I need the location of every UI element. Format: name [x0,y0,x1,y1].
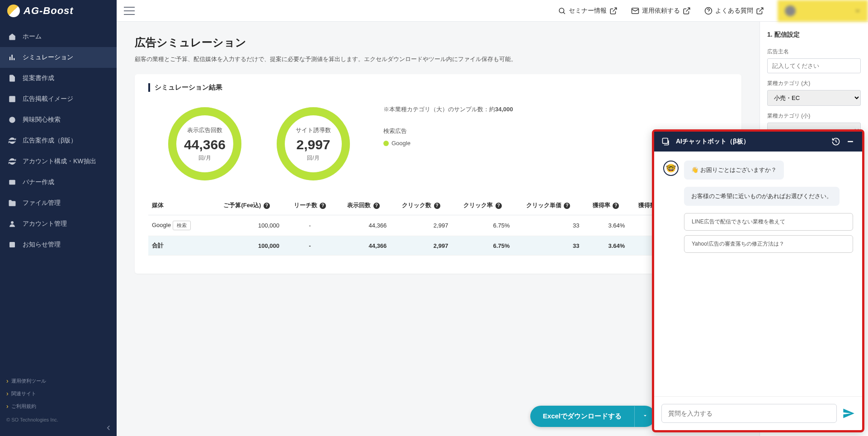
search-icon [558,7,566,15]
external-link-icon [609,7,618,15]
simulation-card: シミュレーション結果 表示広告回数 44,366 回/月 サイト誘導数 2,99… [135,74,741,274]
download-excel-button[interactable]: Excelでダウンロードする [530,406,656,427]
gauge-label: 表示広告回数 [187,126,222,134]
header-link-request[interactable]: 運用依頼する [631,7,691,15]
media-tag[interactable]: 検索 [173,221,191,230]
user-avatar-icon [785,5,796,16]
logo-text: AG-Boost [24,5,74,17]
sidebar-toggle[interactable] [124,7,135,15]
external-link-icon [756,7,764,15]
info-icon[interactable]: ? [564,203,570,209]
legend-title: 検索広告 [383,127,513,135]
sidebar-menu: ホームシミュレーション提案書作成広告掲載イメージ興味関心検索広告案作成（β版）ア… [0,22,117,374]
info-icon[interactable]: ? [434,203,440,209]
image2-icon [8,178,16,186]
doc-icon [8,74,16,82]
category-large-select[interactable]: 小売・EC [767,90,861,106]
sidebar-item-label: シミュレーション [23,53,73,62]
app-logo[interactable]: AG-Boost [0,0,117,22]
minimize-icon[interactable] [846,137,855,146]
svg-rect-5 [14,58,14,61]
mail-icon [631,7,639,15]
info-icon[interactable]: ? [613,203,619,209]
sidebar-item-7[interactable]: バナー作成 [0,172,117,193]
sidebar-collapse-button[interactable] [100,420,117,436]
chatbot-input[interactable] [661,404,837,423]
gauge-unit: 回/月 [198,154,211,162]
user-icon [8,220,16,228]
sidebar-bottom-link[interactable]: 運用便利ツール [0,374,117,387]
chevron-left-icon [104,424,113,432]
table-header: ご予算(Fee込) ? [210,196,283,215]
field-label: 業種カテゴリ (小) [767,112,861,120]
sidebar-item-label: 興味関心検索 [23,116,61,124]
gauge-impressions: 表示広告回数 44,366 回/月 [166,105,243,182]
chat-icon [661,137,670,146]
header-link-label: セミナー情報 [569,7,607,15]
info-icon[interactable]: ? [373,203,380,209]
sidebar-item-label: アカウント構成・KW抽出 [23,157,96,166]
svg-point-0 [559,8,564,13]
info-icon[interactable]: ? [495,203,502,209]
logo-icon [7,5,20,17]
sidebar-item-label: 広告掲載イメージ [23,95,73,103]
radar-icon [8,116,16,124]
chat-suggestion[interactable]: Yahoo!広告の審査落ちの修正方法は？ [684,235,853,253]
sidebar-item-6[interactable]: アカウント構成・KW抽出 [0,151,117,172]
sidebar-item-label: ファイル管理 [23,199,61,207]
svg-rect-10 [9,180,15,185]
header-link-faq[interactable]: よくある質問 [704,7,764,15]
history-icon[interactable] [831,137,840,146]
sidebar-item-5[interactable]: 広告案作成（β版） [0,130,117,151]
sidebar-item-4[interactable]: 興味関心検索 [0,109,117,130]
sidebar-item-label: バナー作成 [23,178,54,186]
copyright: © SO Technologies Inc. [0,412,117,427]
gauge-value: 44,366 [184,137,226,152]
send-icon[interactable] [842,407,855,420]
page-description: 顧客の業種とご予算、配信媒体を入力するだけで、提案に必要な予測値を算出します。エ… [135,55,741,63]
bar-icon [8,53,16,62]
table-row: Google 検索100,000-44,3662,9976.75%333.64%… [148,215,728,236]
legend-text: Google [392,140,410,147]
svg-rect-3 [9,57,10,61]
header-link-seminar[interactable]: セミナー情報 [558,7,618,15]
svg-rect-17 [663,138,668,144]
info-icon[interactable]: ? [264,203,270,209]
legend-dot-icon [383,141,389,146]
svg-point-9 [11,118,14,121]
sidebar-item-8[interactable]: ファイル管理 [0,193,117,213]
field-label: 広告主名 [767,48,861,56]
sidebar-item-2[interactable]: 提案書作成 [0,68,117,89]
image-icon [8,95,16,103]
header-link-label: 運用依頼する [642,7,680,15]
chat-greeting: 👋 お困りごとはございますか？ [684,161,784,180]
table-header: クリック率 ? [452,196,513,215]
news-icon [8,241,16,249]
sidebar-item-1[interactable]: シミュレーション [0,47,117,68]
sidebar-item-label: 提案書作成 [23,74,54,82]
table-header: 媒体 [148,196,210,215]
sidebar-bottom-link[interactable]: ご利用規約 [0,400,117,412]
sidebar-item-9[interactable]: アカウント管理 [0,213,117,234]
sidebar-item-3[interactable]: 広告掲載イメージ [0,89,117,109]
download-label: Excelでダウンロードする [530,406,634,427]
user-menu[interactable] [778,0,868,22]
info-icon[interactable]: ? [320,203,326,209]
field-label: 業種カテゴリ (大) [767,80,861,87]
table-header: クリック単価 ? [514,196,583,215]
results-table: 媒体ご予算(Fee込) ?リーチ数 ?表示回数 ?クリック数 ?クリック率 ?ク… [148,196,728,256]
sidebar-item-10[interactable]: お知らせ管理 [0,234,117,255]
refresh-icon [8,137,16,145]
sidebar-item-0[interactable]: ホーム [0,26,117,47]
chat-suggestion[interactable]: LINE広告で配信できない業種を教えて [684,213,853,231]
legend-item: Google [383,140,513,147]
sidebar-bottom-link[interactable]: 関連サイト [0,387,117,400]
refresh-icon [8,157,16,166]
sidebar-item-label: お知らせ管理 [23,241,61,249]
chevron-down-icon [854,8,861,14]
advertiser-name-input[interactable] [767,58,861,73]
header-link-label: よくある質問 [715,7,753,15]
gauge-site-visits: サイト誘導数 2,997 回/月 [275,105,352,182]
bot-avatar-icon: 🤓 [663,161,679,176]
svg-point-7 [10,97,11,98]
